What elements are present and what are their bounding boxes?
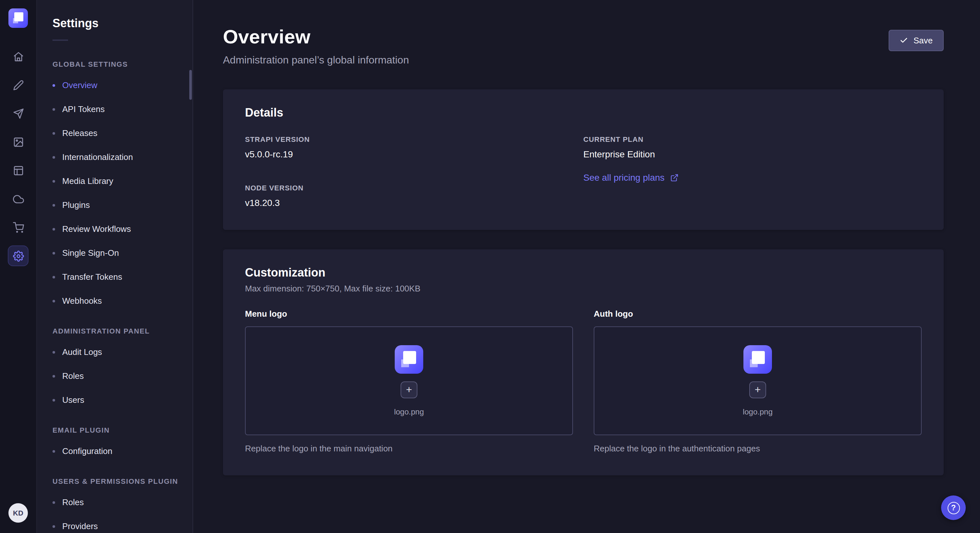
sidebar-item-overview[interactable]: Overview: [52, 73, 192, 97]
strapi-logo[interactable]: [8, 8, 28, 28]
details-left-column: STRAPI VERSION v5.0.0-rc.19 NODE VERSION…: [245, 135, 583, 208]
bullet-icon: [52, 525, 55, 528]
bullet-icon: [52, 374, 55, 377]
bullet-icon: [52, 84, 55, 86]
bullet-icon: [52, 399, 55, 401]
sidebar-item-label: Webhooks: [62, 296, 102, 306]
auth-logo-upload: Auth logo + logo.png Replace the logo in…: [594, 309, 922, 453]
sidebar-item-label: Users: [62, 395, 84, 405]
upload-hint: Replace the logo in the main navigation: [245, 444, 573, 453]
details-grid: STRAPI VERSION v5.0.0-rc.19 NODE VERSION…: [245, 135, 922, 208]
menu-logo-dropzone[interactable]: + logo.png: [245, 327, 573, 435]
releases-icon[interactable]: [8, 103, 29, 124]
sidebar-item-up-roles[interactable]: Roles: [52, 490, 192, 514]
bullet-icon: [52, 132, 55, 134]
section-header-email-plugin: EMAIL PLUGIN: [52, 426, 192, 434]
save-button-label: Save: [913, 36, 933, 45]
settings-sidebar: Settings GLOBAL SETTINGS Overview API To…: [37, 0, 193, 533]
home-icon[interactable]: [8, 46, 29, 67]
bullet-icon: [52, 351, 55, 353]
sidebar-item-review-workflows[interactable]: Review Workflows: [52, 217, 192, 241]
cloud-icon[interactable]: [8, 189, 29, 209]
sidebar-item-email-configuration[interactable]: Configuration: [52, 439, 192, 463]
sidebar-item-plugins[interactable]: Plugins: [52, 193, 192, 217]
sidebar-item-label: API Tokens: [62, 104, 105, 114]
logo-uploads: Menu logo + logo.png Replace the logo in…: [245, 309, 922, 453]
content-manager-icon[interactable]: [8, 160, 29, 181]
bullet-icon: [52, 156, 55, 159]
help-button[interactable]: ?: [941, 495, 966, 520]
sidebar-title: Settings: [52, 17, 192, 30]
strapi-logo-preview: [743, 345, 772, 374]
main-nav-rail: KD: [0, 0, 37, 533]
pricing-plans-link[interactable]: See all pricing plans: [583, 172, 679, 182]
strapi-logo-preview: [395, 345, 423, 374]
sidebar-item-label: Roles: [62, 371, 84, 381]
sidebar-item-label: Providers: [62, 521, 98, 531]
add-logo-button[interactable]: +: [749, 381, 766, 398]
bullet-icon: [52, 228, 55, 230]
bullet-icon: [52, 204, 55, 206]
sidebar-item-label: Internationalization: [62, 152, 133, 162]
page-header-text: Overview Administration panel’s global i…: [223, 26, 409, 66]
node-version-field: NODE VERSION v18.20.3: [245, 184, 583, 208]
page-title: Overview: [223, 26, 409, 48]
add-logo-button[interactable]: +: [401, 381, 417, 398]
upload-label: Auth logo: [594, 309, 922, 319]
save-button[interactable]: Save: [889, 30, 944, 51]
media-library-icon[interactable]: [8, 132, 29, 152]
sidebar-item-api-tokens[interactable]: API Tokens: [52, 97, 192, 121]
sidebar-item-transfer-tokens[interactable]: Transfer Tokens: [52, 265, 192, 289]
sidebar-item-label: Media Library: [62, 176, 113, 186]
field-value: v5.0.0-rc.19: [245, 149, 583, 159]
current-plan-field: CURRENT PLAN Enterprise Edition: [583, 135, 922, 159]
field-value: v18.20.3: [245, 198, 583, 208]
sidebar-item-label: Overview: [62, 80, 97, 90]
sidebar-item-media-library[interactable]: Media Library: [52, 169, 192, 193]
sidebar-title-divider: [52, 40, 68, 41]
sidebar-item-admin-users[interactable]: Users: [52, 388, 192, 412]
section-header-users-permissions-plugin: USERS & PERMISSIONS PLUGIN: [52, 477, 192, 485]
bullet-icon: [52, 180, 55, 182]
upload-hint: Replace the logo in the authentication p…: [594, 444, 922, 453]
sidebar-item-admin-roles[interactable]: Roles: [52, 364, 192, 388]
bullet-icon: [52, 276, 55, 278]
customization-card-title: Customization: [245, 266, 922, 280]
sidebar-item-up-providers[interactable]: Providers: [52, 514, 192, 533]
check-icon: [900, 36, 908, 45]
customization-card: Customization Max dimension: 750×750, Ma…: [223, 249, 944, 475]
sidebar-scrollbar[interactable]: [189, 70, 192, 100]
content-type-builder-icon[interactable]: [8, 75, 29, 95]
field-label: NODE VERSION: [245, 184, 583, 192]
sidebar-item-webhooks[interactable]: Webhooks: [52, 289, 192, 313]
sidebar-item-label: Single Sign-On: [62, 248, 119, 258]
bullet-icon: [52, 450, 55, 452]
cards-container: Details STRAPI VERSION v5.0.0-rc.19 NODE…: [223, 89, 944, 475]
plus-icon: +: [406, 385, 412, 395]
sidebar-item-single-sign-on[interactable]: Single Sign-On: [52, 241, 192, 265]
main-content: Overview Administration panel’s global i…: [193, 0, 980, 533]
field-label: CURRENT PLAN: [583, 135, 922, 143]
sidebar-item-label: Audit Logs: [62, 347, 102, 357]
section-header-global-settings: GLOBAL SETTINGS: [52, 60, 192, 68]
main-nav-icons: [8, 46, 29, 266]
sidebar-item-label: Configuration: [62, 446, 113, 456]
sidebar-item-label: Plugins: [62, 200, 90, 210]
pricing-plans-link-label: See all pricing plans: [583, 172, 665, 182]
details-right-column: CURRENT PLAN Enterprise Edition See all …: [583, 135, 922, 208]
sidebar-item-label: Releases: [62, 128, 97, 138]
sidebar-item-internationalization[interactable]: Internationalization: [52, 145, 192, 169]
sidebar-item-audit-logs[interactable]: Audit Logs: [52, 340, 192, 364]
sidebar-item-label: Review Workflows: [62, 224, 131, 234]
customization-card-subtitle: Max dimension: 750×750, Max file size: 1…: [245, 284, 922, 293]
user-avatar[interactable]: KD: [8, 503, 28, 523]
bullet-icon: [52, 108, 55, 110]
sidebar-item-releases[interactable]: Releases: [52, 121, 192, 145]
bullet-icon: [52, 501, 55, 503]
auth-logo-dropzone[interactable]: + logo.png: [594, 327, 922, 435]
settings-icon[interactable]: [8, 246, 29, 266]
page-header: Overview Administration panel’s global i…: [223, 26, 944, 66]
field-label: STRAPI VERSION: [245, 135, 583, 143]
marketplace-icon[interactable]: [8, 217, 29, 238]
sidebar-item-label: Roles: [62, 497, 84, 507]
